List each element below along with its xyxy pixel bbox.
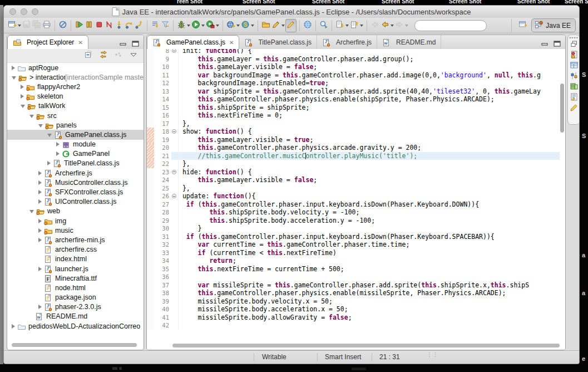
code-text[interactable]: update: function(){	[179, 192, 560, 200]
brush-view-button[interactable]	[569, 103, 579, 114]
markers-view-button[interactable]	[569, 50, 579, 61]
expanded-arrow-icon[interactable]	[21, 105, 25, 108]
disconnect-button[interactable]	[104, 19, 114, 32]
expanded-arrow-icon[interactable]	[12, 76, 16, 80]
code-text[interactable]: if (currentTime < this.nextFireTime)	[179, 249, 560, 257]
previous-annotation-button[interactable]	[349, 19, 364, 32]
code-line[interactable]: 9this.gameLayer = this.gameController.ph…	[147, 55, 560, 63]
tree-item[interactable]: node.html	[7, 283, 144, 292]
code-text[interactable]: this.gameController.phaser.physics.enabl…	[179, 95, 560, 104]
documentation-view-button[interactable]	[569, 92, 579, 103]
tree-item[interactable]: music	[7, 226, 144, 235]
code-line[interactable]: 20this.gameController.phaser.physics.arc…	[147, 144, 560, 152]
code-line[interactable]: 41missileSprite.body.allowGravity = fals…	[147, 314, 560, 322]
code-line[interactable]: 27if (this.gameController.phaser.input.k…	[147, 200, 560, 209]
code-text[interactable]: show: function() {	[179, 128, 560, 136]
collapse-fold-icon[interactable]	[172, 49, 176, 53]
collapsed-arrow-icon[interactable]	[38, 228, 42, 233]
tree-item[interactable]: Jphaser-2.3.0.js	[7, 302, 144, 312]
code-text[interactable]: this.nextFireTime = 0;	[179, 111, 560, 120]
code-line[interactable]: 42	[147, 321, 560, 330]
tree-item[interactable]: JTitlePanel.class.js	[7, 159, 144, 168]
collapsed-arrow-icon[interactable]	[21, 85, 24, 89]
code-line[interactable]: 24this.gameLayer.visible = false;	[147, 176, 560, 184]
close-traffic-light[interactable]	[9, 8, 16, 15]
annotate-button[interactable]	[271, 19, 285, 32]
terminate-button[interactable]	[94, 19, 104, 32]
horizontal-scrollbar[interactable]	[172, 344, 560, 347]
window-titlebar[interactable]: Java EE - interaction/talkWork/src/panel…	[4, 6, 579, 18]
dropdown-arrow-icon[interactable]	[360, 25, 363, 27]
code-text[interactable]: this.gameController.phaser.physics.enabl…	[179, 289, 560, 297]
debug-button[interactable]	[176, 19, 191, 32]
tree-item[interactable]: flappyArcher2	[7, 82, 144, 91]
code-line[interactable]: 36	[147, 273, 560, 281]
folding-ruler[interactable]	[171, 128, 179, 136]
tree-item[interactable]: module	[7, 140, 144, 149]
code-text[interactable]: missileSprite.body.velocity.x = 50;	[179, 297, 560, 306]
dropdown-arrow-icon[interactable]	[345, 25, 349, 27]
tree-item[interactable]: JSFXController.class.js	[7, 187, 144, 197]
tree-item[interactable]: archerfire.css	[7, 245, 144, 254]
code-line[interactable]: 34return;	[147, 257, 560, 265]
suspend-button[interactable]	[84, 19, 94, 32]
expanded-arrow-icon[interactable]	[29, 210, 34, 213]
collapsed-arrow-icon[interactable]	[47, 161, 51, 165]
dropdown-arrow-icon[interactable]	[201, 25, 205, 27]
dropdown-arrow-icon[interactable]	[187, 25, 190, 27]
tree-item[interactable]: JArcherfire.js	[7, 168, 144, 178]
collapsed-arrow-icon[interactable]	[38, 190, 42, 194]
web-browser-button[interactable]	[303, 19, 313, 32]
code-line[interactable]: 10this.gameLayer.visible = false;	[147, 63, 560, 71]
step-into-button[interactable]	[114, 19, 124, 32]
tree-item[interactable]: web	[7, 207, 144, 216]
collapsed-arrow-icon[interactable]	[56, 151, 60, 156]
code-text[interactable]: this.shipSprite.body.velocity.y = -100;	[179, 208, 560, 217]
collapsed-arrow-icon[interactable]	[38, 238, 42, 242]
dropdown-arrow-icon[interactable]	[236, 25, 240, 27]
code-text[interactable]: hide: function() {	[179, 168, 560, 177]
tab-project-explorer[interactable]: Project Explorer ✕	[7, 35, 88, 49]
code-line[interactable]: 23hide: function() {	[147, 168, 560, 177]
editor-tab[interactable]: JTitlePanel.class.js	[239, 35, 317, 49]
code-line[interactable]: 40missileSprite.body.acceleration.x = 50…	[147, 305, 560, 314]
maximize-editor-button[interactable]	[554, 39, 561, 45]
collapsed-arrow-icon[interactable]	[56, 142, 60, 146]
code-text[interactable]: this.gameLayer.visible = false;	[179, 63, 560, 71]
search-button[interactable]	[319, 19, 329, 32]
collapsed-arrow-icon[interactable]	[38, 180, 42, 185]
code-area[interactable]: 8init: function() {9this.gameLayer = thi…	[147, 49, 560, 342]
minimize-traffic-light[interactable]	[21, 8, 27, 15]
editor-tab[interactable]: JArcherfire.js	[317, 35, 377, 49]
drop-to-frame-button[interactable]	[150, 19, 160, 32]
zoom-traffic-light[interactable]	[32, 8, 38, 15]
code-line[interactable]: 21//this.gameController.musicController.…	[147, 152, 560, 160]
step-return-button[interactable]	[134, 19, 144, 32]
code-text[interactable]: init: function() {	[179, 49, 560, 55]
code-text[interactable]: var missileSprite = this.gameController.…	[179, 281, 560, 290]
tree-item[interactable]: aptRogue	[7, 63, 144, 72]
collapsed-arrow-icon[interactable]	[38, 305, 42, 309]
snippets-view-button[interactable]	[569, 82, 579, 92]
external-tools-button[interactable]	[205, 19, 220, 32]
minimize-editor-button[interactable]	[541, 39, 549, 45]
code-text[interactable]: backgroundImage.inputEnabled=true;	[179, 79, 560, 87]
folding-ruler[interactable]	[171, 49, 179, 55]
mark-occurrences-button[interactable]	[285, 19, 297, 32]
back-button[interactable]	[380, 19, 394, 32]
code-text[interactable]: var shipSprite = this.gameController.pha…	[179, 87, 560, 96]
code-line[interactable]: 22},	[147, 160, 560, 168]
code-line[interactable]: 31if (this.gameController.phaser.input.k…	[147, 233, 560, 241]
folding-ruler[interactable]	[171, 168, 179, 177]
code-line[interactable]: 38this.gameController.phaser.physics.ena…	[147, 289, 560, 297]
collapsed-arrow-icon[interactable]	[38, 219, 42, 223]
code-line[interactable]: 18show: function() {	[147, 128, 560, 136]
view-menu-button[interactable]	[129, 50, 138, 61]
dropdown-arrow-icon[interactable]	[281, 25, 285, 27]
expanded-arrow-icon[interactable]	[29, 115, 34, 118]
new-web-service-button[interactable]	[226, 19, 240, 32]
tree-item[interactable]: FMinecraftia.ttf	[7, 273, 144, 283]
tree-item[interactable]: > interaction [interactionSample maste	[7, 72, 144, 82]
properties-view-button[interactable]	[569, 61, 579, 71]
new-wizard-button[interactable]	[7, 19, 22, 32]
